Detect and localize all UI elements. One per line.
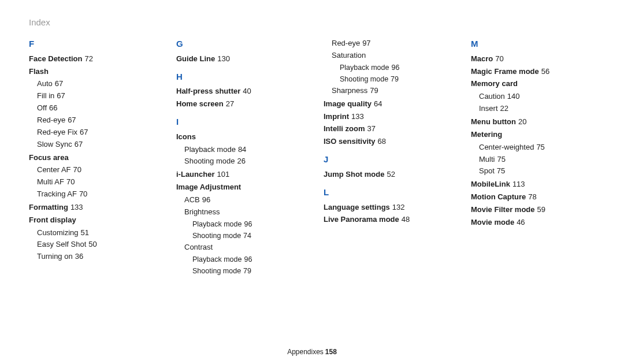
sub-label: Playback mode [184,145,236,154]
topic-label: MobileLink [471,180,510,188]
subsub-entry: Playback mode96 [340,62,448,73]
letter-m: M [471,38,595,50]
sub-entry: Red-eye67 [37,114,153,127]
topic-label: Intelli zoom [324,124,365,133]
topic-label: Menu button [471,117,516,126]
page-ref: 84 [238,145,246,154]
sub-label: Off [37,103,47,112]
topic-label: Language settings [324,203,390,211]
sub-label: Insert [479,104,498,113]
subsub-entry: Playback mode96 [192,254,300,265]
page-ref: 40 [243,87,251,95]
letter-i: I [176,116,300,128]
topic-live-panorama: Live Panorama mode48 [324,214,448,225]
subsub-label: Playback mode [340,64,389,72]
column-3: Red-eye97 Saturation Playback mode96 Sho… [324,38,448,277]
topic-macro: Macro70 [471,54,595,65]
sub-label: Red-eye [37,116,65,124]
topic-label: Image quality [324,99,372,108]
topic-language: Language settings132 [324,202,448,213]
page-footer: Appendixes158 [0,348,624,356]
page-ref: 78 [528,192,536,201]
page-ref: 72 [84,54,92,63]
page-ref: 50 [88,240,96,248]
page-ref: 22 [500,104,508,113]
footer-page-number: 158 [325,348,337,356]
page-ref: 74 [243,232,251,240]
topic-label: Jump Shot mode [324,170,384,179]
sub-entry: Auto67 [37,78,153,90]
sub-label: Center AF [37,165,71,174]
page-ref: 67 [80,128,88,136]
topic-label: i-Launcher [176,170,214,179]
topic-label: Movie Filter mode [471,205,535,214]
page-ref: 140 [507,92,520,101]
topic-half-press: Half-press shutter40 [176,86,300,97]
topic-motion-capture: Motion Capture78 [471,192,595,203]
topic-label: Home screen [176,99,224,108]
topic-movie-filter: Movie Filter mode59 [471,205,595,216]
sub-label: Red-eye Fix [37,128,77,136]
page-ref: 70 [66,177,75,186]
sub-contrast: Contrast [184,242,300,254]
page-ref: 37 [367,124,376,133]
sub-entry: Turning on36 [37,251,153,263]
sub-label: Easy Self Shot [37,240,86,248]
page-ref: 59 [537,205,545,214]
topic-label: Half-press shutter [176,87,240,95]
page-ref: 130 [217,54,230,63]
topic-label: Live Panorama mode [324,215,399,224]
page-ref: 96 [202,195,210,204]
sub-brightness: Brightness [184,206,300,218]
topic-label: Movie mode [471,218,514,226]
footer-section: Appendixes [287,348,324,356]
sub-entry: Multi AF70 [37,176,153,188]
page-ref: 51 [81,228,89,237]
subsub-label: Shooting mode [340,75,388,83]
letter-j: J [324,153,448,166]
page-ref: 64 [374,99,382,108]
page-ref: 75 [497,155,505,164]
subsub-label: Playback mode [192,220,242,228]
sub-label: Tracking AF [37,190,77,198]
topic-label: Magic Frame mode [471,67,539,76]
sub-entry: Multi75 [479,154,595,166]
page-ref: 46 [517,218,525,226]
sub-label: Sharpness [332,86,367,95]
page-ref: 133 [351,112,364,121]
sub-label: Caution [479,92,505,101]
index-columns: F Face Detection72 Flash Auto67 Fill in6… [29,38,595,277]
page-ref: 36 [75,252,83,261]
page-header: Index [29,17,595,27]
topic-metering: Metering [471,129,595,140]
sub-label: Multi AF [37,177,64,186]
sub-entry: Customizing51 [37,227,153,239]
topic-imprint: Imprint133 [324,112,448,122]
topic-formatting: Formatting133 [29,202,153,213]
page-ref: 97 [362,39,370,47]
topic-icons: Icons [176,132,300,143]
topic-front-display: Front display [29,215,153,226]
page-ref: 96 [391,64,399,72]
sub-label: Center-weighted [479,143,534,151]
page-ref: 70 [73,165,81,174]
page-ref: 27 [226,99,234,108]
column-2: G Guide Line130 H Half-press shutter40 H… [176,38,300,277]
sub-label: Auto [37,79,53,88]
letter-h: H [176,70,300,83]
page-ref: 133 [70,203,83,211]
topic-label: ISO sensitivity [324,137,376,146]
sub-entry: Red-eye97 [332,38,448,50]
sub-label: Turning on [37,252,73,261]
page-ref: 79 [243,267,251,275]
sub-label: Spot [479,166,495,175]
page-ref: 52 [387,170,395,179]
sub-entry: Easy Self Shot50 [37,239,153,251]
page-ref: 26 [237,157,245,165]
sub-entry: ACB96 [184,194,300,206]
topic-label: Imprint [324,112,349,121]
topic-ilauncher: i-Launcher101 [176,169,300,180]
topic-label: Guide Line [176,54,215,63]
page-ref: 132 [392,203,405,211]
sub-entry: Slow Sync67 [37,139,153,151]
